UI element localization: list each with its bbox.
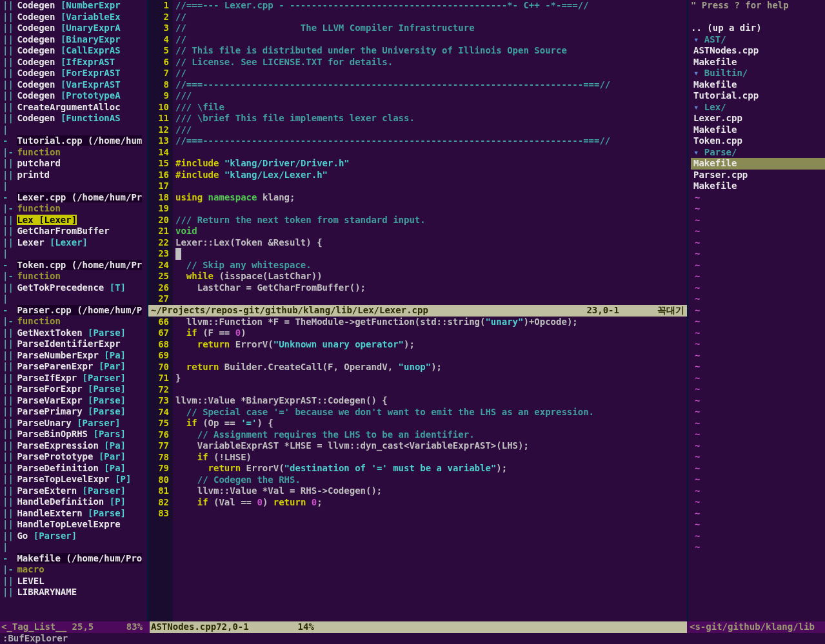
tag-item[interactable]: || HandleExtern [Parse] [0,508,147,520]
tag-item[interactable]: || Codegen [UnaryExprA [0,23,147,34]
tag-item[interactable]: || ParsePrimary [Parse] [0,406,147,418]
tag-item[interactable]: || GetNextToken [Parse] [0,327,147,339]
tag-file-header[interactable]: - Token.cpp (/home/hum/Pr [0,260,147,271]
code-line[interactable]: using namespace klang; [175,192,687,204]
tree-up-dir[interactable]: .. (up a dir) [688,23,825,34]
code-line[interactable]: return ErrorV("Unknown unary operator"); [175,339,687,351]
tag-file-header[interactable]: - Parser.cpp (/home/hum/P [0,305,147,317]
tag-item[interactable]: || Codegen [IfExprAST [0,57,147,68]
code-line[interactable]: // [175,68,687,79]
tag-item[interactable]: || ParseForExpr [Parse] [0,384,147,395]
tag-item[interactable]: || putchard [0,158,147,170]
tree-dir[interactable]: ▾ Parse/ [691,147,825,159]
code-line[interactable]: // Assignment requires the LHS to be an … [175,429,687,441]
tag-item[interactable]: || Go [Parser] [0,531,147,542]
tag-item[interactable]: || LEVEL [0,576,147,587]
bottom-code-pane[interactable]: 666768697071727374757677787980818283 llv… [148,317,687,621]
code-line[interactable]: #include "klang/Lex/Lexer.h" [175,170,687,181]
tree-file[interactable]: Tutorial.cpp [691,90,825,102]
tree-file[interactable]: Makefile [691,124,825,136]
tag-kind[interactable]: |- function [0,147,147,159]
top-code[interactable]: //===--- Lexer.cpp - -------------------… [173,0,687,305]
code-line[interactable]: if (!LHSE) [175,452,687,463]
tag-kind[interactable]: |- macro [0,564,147,576]
code-line[interactable]: //===-----------------------------------… [175,135,687,147]
tag-item[interactable]: || ParseIdentifierExpr [0,338,147,350]
tag-item[interactable]: || CreateArgumentAlloc [0,102,147,113]
code-line[interactable]: } [175,373,687,384]
tag-kind[interactable]: |- function [0,203,147,215]
code-line[interactable]: while (isspace(LastChar)) [175,271,687,282]
tag-item[interactable]: || ParseExtern [Parser] [0,485,147,497]
tag-item[interactable]: || ParseBinOpRHS [Pars] [0,429,147,440]
code-line[interactable]: Lexer::Lex(Token &Result) { [175,237,687,249]
code-line[interactable]: /// [175,124,687,136]
code-line[interactable]: return ErrorV("destination of '=' must b… [175,463,687,474]
tree-root[interactable]: ▾ AST/ ASTNodes.cpp Makefile▾ Builtin/ M… [688,34,825,553]
tree-dir[interactable]: ▾ Builtin/ [691,68,825,79]
code-line[interactable] [175,181,687,192]
tag-file-header[interactable]: - Lexer.cpp (/home/hum/Pr [0,192,147,204]
tag-item[interactable]: || ParseUnary [Parser] [0,418,147,429]
code-line[interactable]: if (F == 0) [175,327,687,339]
code-line[interactable]: // [175,34,687,46]
code-line[interactable]: llvm::Function *F = TheModule->getFuncti… [175,317,687,328]
tag-item[interactable]: || HandleDefinition [P] [0,496,147,508]
code-line[interactable]: //===--- Lexer.cpp - -------------------… [175,0,687,12]
tag-item[interactable]: || GetCharFromBuffer [0,226,147,237]
tree-file[interactable]: ASTNodes.cpp [691,45,825,57]
tree-dir[interactable]: ▾ Lex/ [691,102,825,113]
tag-file-header[interactable]: - Makefile (/home/hum/Pro [0,553,147,565]
code-line[interactable]: llvm::Value *Val = RHS->Codegen(); [175,485,687,497]
tag-item[interactable]: || Codegen [VariableEx [0,12,147,23]
tag-item[interactable]: || ParseNumberExpr [Pa] [0,350,147,362]
tag-item[interactable]: || ParseParenExpr [Par] [0,361,147,373]
tag-item[interactable]: || printd [0,170,147,181]
code-line[interactable]: #include "klang/Driver/Driver.h" [175,158,687,170]
code-line[interactable]: /// Return the next token from standard … [175,215,687,226]
tree-file[interactable]: Makefile [691,57,825,68]
tag-item[interactable]: || GetTokPrecedence [T] [0,282,147,294]
tag-item[interactable]: || HandleTopLevelExpre [0,519,147,531]
code-line[interactable]: LastChar = GetCharFromBuffer(); [175,282,687,294]
code-line[interactable]: if (Op == '=') { [175,418,687,429]
tree-dir[interactable]: ▾ AST/ [691,34,825,46]
tree-file[interactable]: Parser.cpp [691,170,825,181]
tag-item[interactable]: || ParseTopLevelExpr [P] [0,474,147,485]
code-line[interactable] [175,203,687,215]
tag-item[interactable]: || ParseDefinition [Pa] [0,463,147,474]
tag-kind[interactable]: |- function [0,271,147,282]
code-line[interactable]: // Skip any whitespace. [175,260,687,271]
tag-file-header[interactable]: - Tutorial.cpp (/home/hum [0,135,147,147]
code-line[interactable] [175,293,687,305]
code-line[interactable]: /// [175,90,687,102]
code-line[interactable] [175,384,687,396]
taglist-pane[interactable]: || Codegen [NumberExpr|| Codegen [Variab… [0,0,148,621]
code-line[interactable]: // This file is distributed under the Un… [175,45,687,57]
code-line[interactable]: if (Val == 0) return 0; [175,497,687,509]
tag-item[interactable]: || LIBRARYNAME [0,587,147,598]
code-line[interactable]: // The LLVM Compiler Infrastructure [175,23,687,34]
tag-item[interactable]: || Codegen [PrototypeA [0,90,147,102]
tree-file[interactable]: Makefile [691,181,825,192]
tree-file[interactable]: Lexer.cpp [691,113,825,124]
tag-item[interactable]: || Lexer [Lexer] [0,237,147,249]
code-line[interactable]: //===-----------------------------------… [175,79,687,91]
code-line[interactable]: // [175,12,687,23]
code-line[interactable]: // License. See LICENSE.TXT for details. [175,57,687,68]
code-line[interactable]: VariableExprAST *LHSE = llvm::dyn_cast<V… [175,440,687,452]
tag-kind[interactable]: |- function [0,316,147,327]
code-line[interactable]: llvm::Value *BinaryExprAST::Codegen() { [175,395,687,407]
code-line[interactable] [175,147,687,159]
tag-item[interactable]: || Codegen [ForExprAST [0,68,147,79]
tree-file[interactable]: Makefile [691,158,825,170]
command-line[interactable]: :BufExplorer [0,633,825,645]
tag-item[interactable]: || ParseVarExpr [Parse] [0,395,147,407]
tag-item[interactable]: || Codegen [VarExprAST [0,79,147,91]
tag-item[interactable]: || Codegen [NumberExpr [0,0,147,12]
tag-item[interactable]: || Lex [Lexer] [0,215,147,226]
top-code-pane[interactable]: 1234567891011121314151617181920212223242… [148,0,687,305]
code-line[interactable]: // Codegen the RHS. [175,474,687,486]
code-line[interactable]: /// \file [175,102,687,113]
tag-item[interactable]: || Codegen [CallExprAS [0,45,147,57]
